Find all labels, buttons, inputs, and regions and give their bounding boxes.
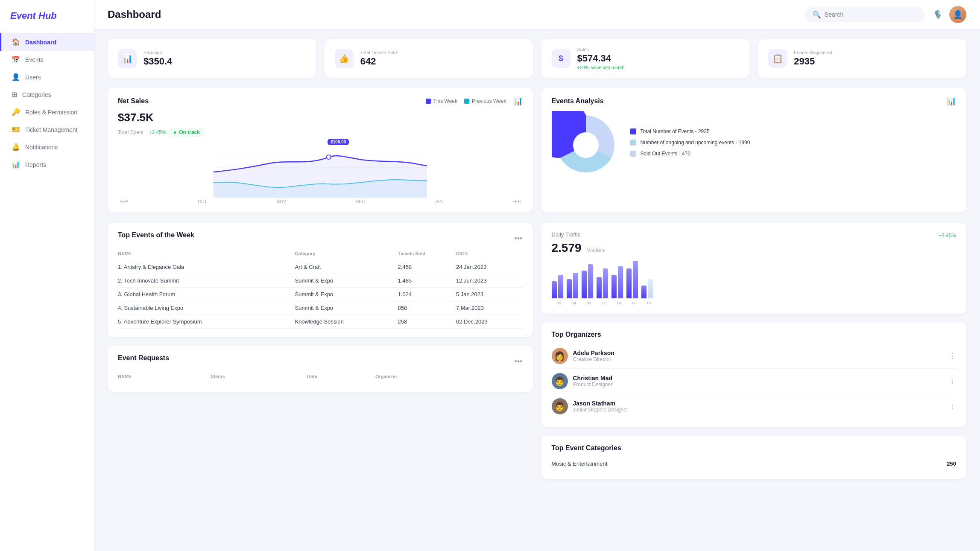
org-more-button[interactable]: ⋮ <box>949 377 956 385</box>
bar-6-1 <box>641 286 647 298</box>
legend-prev-week-label: Previous Week <box>472 98 506 104</box>
users-icon: 👤 <box>12 73 20 81</box>
mic-button[interactable]: 🎙️ <box>933 10 942 19</box>
event-tickets: 858 <box>398 301 456 315</box>
sidebar-item-dashboard[interactable]: 🏠 Dashboard <box>0 33 94 51</box>
sales-value: $574.34 <box>577 53 625 64</box>
reports-icon: 📊 <box>12 160 20 169</box>
org-more-button[interactable]: ⋮ <box>949 402 956 411</box>
event-name: 4. Sustainable Living Expo <box>118 301 295 315</box>
top-events-table: NAME Category Tickets Sold DATE 1. Artis… <box>118 251 523 329</box>
table-row: 5. Adventure Explorer Symposium Knowledg… <box>118 315 523 329</box>
events-analysis-card: Events Analysis 📊 <box>541 88 967 213</box>
legend-total: Total Number of Events - 2935 <box>630 128 957 134</box>
top-events-card: Top Events of the Week ••• NAME Category… <box>108 223 533 337</box>
req-col-status: Status <box>211 374 307 383</box>
legend-total-box <box>630 128 636 134</box>
sidebar-item-users[interactable]: 👤 Users <box>0 68 94 86</box>
net-sales-value: $37.5K <box>118 111 205 124</box>
sidebar-item-categories[interactable]: ⊞ Categories <box>0 86 94 103</box>
sidebar-label-dashboard: Dashboard <box>25 39 56 46</box>
bar-5-1 <box>626 268 632 298</box>
tickets-sold-label: Total Tickets Sold <box>360 50 397 55</box>
stat-card-earnings: 📊 Earnings $350.4 <box>108 39 316 78</box>
table-row: 2. Tech Innovate Summit Summit & Expo 1.… <box>118 274 523 288</box>
bar-1-1 <box>567 279 572 298</box>
org-info: Christian Mad Product Designer <box>573 375 613 388</box>
bar-1-2 <box>573 273 578 298</box>
sales-label: Sales <box>577 47 625 52</box>
category-row-music: Music & Entertainment 250 <box>552 457 957 470</box>
content-area: 📊 Earnings $350.4 👍 Total Tickets Sold 6… <box>94 29 980 551</box>
sidebar-item-reports[interactable]: 📊 Reports <box>0 156 94 173</box>
table-row: 1. Artistry & Elegance Gala Art & Craft … <box>118 260 523 274</box>
x-label-sep: SEP <box>120 199 128 204</box>
event-tickets: 1.485 <box>398 274 456 288</box>
table-row: 3. Global Health Forum Summit & Expo 1.0… <box>118 288 523 301</box>
traffic-value: 2.579 <box>552 241 582 254</box>
bar-x-14: 14 <box>613 301 625 305</box>
org-name: Adela Parkson <box>573 350 614 356</box>
bar-x-labels: 00 04 08 12 14 16 18 <box>552 301 957 305</box>
bar-4-1 <box>611 275 617 298</box>
daily-traffic-card: Daily Traffic +2.45% 2.579 Visitors <box>541 223 967 314</box>
traffic-visitors-label: Visitors <box>587 247 605 253</box>
header-actions: 🎙️ 👤 <box>933 6 966 23</box>
org-info: Jason Statham Junior Graphic Designer <box>573 400 628 413</box>
net-sales-chart-toggle[interactable]: 📊 <box>513 96 523 106</box>
traffic-trend: +2.45% <box>939 233 956 239</box>
org-avatar: 👩 <box>552 348 568 364</box>
bar-3-1 <box>597 277 602 298</box>
org-avatar: 👨 <box>552 398 568 414</box>
events-analysis-chart-toggle[interactable]: 📊 <box>947 96 956 106</box>
on-track-badge: ● On track <box>168 128 205 137</box>
net-sales-header: Net Sales This Week Previous Week 📊 <box>118 96 523 106</box>
tickets-icon: 🎫 <box>12 125 20 134</box>
stat-card-tickets: 👍 Total Tickets Sold 642 <box>325 39 533 78</box>
events-registered-label: Events Registered <box>794 50 832 55</box>
traffic-header: Daily Traffic +2.45% <box>552 231 957 239</box>
top-events-menu-button[interactable]: ••• <box>515 234 523 243</box>
bar-2-1 <box>582 271 587 298</box>
event-requests-menu-button[interactable]: ••• <box>515 357 523 366</box>
bottom-row: Top Events of the Week ••• NAME Category… <box>108 223 966 479</box>
x-label-nov: NOV <box>277 199 286 204</box>
avatar[interactable]: 👤 <box>949 6 966 23</box>
sidebar: Event Hub 🏠 Dashboard 📅 Events 👤 Users ⊞… <box>0 0 94 551</box>
col-tickets: Tickets Sold <box>398 251 456 260</box>
sidebar-item-roles[interactable]: 🔑 Roles & Permission <box>0 103 94 121</box>
event-requests-table: NAME Status Date Organizer <box>118 374 523 383</box>
tickets-sold-icon: 👍 <box>335 49 354 68</box>
sidebar-label-tickets: Ticket Management <box>25 126 77 133</box>
top-categories-card: Top Event Categories Music & Entertainme… <box>541 436 967 479</box>
pie-legend: Total Number of Events - 2935 Number of … <box>630 128 957 162</box>
events-registered-value: 2935 <box>794 56 832 67</box>
event-category: Summit & Expo <box>295 301 398 315</box>
organizers-title: Top Organizers <box>552 331 601 338</box>
stat-card-sales: $ Sales $574.34 +23% since last month <box>541 39 750 78</box>
category-count-music: 250 <box>947 461 956 467</box>
bar-0-2 <box>558 275 563 298</box>
sales-sub: +23% since last month <box>577 65 625 70</box>
search-input[interactable] <box>825 11 917 18</box>
search-bar[interactable]: 🔍 <box>805 7 924 22</box>
sidebar-item-notifications[interactable]: 🔔 Notifications <box>0 138 94 156</box>
events-registered-icon: 📋 <box>768 49 787 68</box>
stats-row: 📊 Earnings $350.4 👍 Total Tickets Sold 6… <box>108 39 966 78</box>
org-more-button[interactable]: ⋮ <box>949 352 956 360</box>
legend-this-week-box <box>426 99 431 104</box>
roles-icon: 🔑 <box>12 108 20 116</box>
notifications-icon: 🔔 <box>12 143 20 151</box>
event-tickets: 258 <box>398 315 456 329</box>
bar-x-00: 00 <box>553 301 565 305</box>
pie-chart-area: Total Number of Events - 2935 Number of … <box>552 111 957 179</box>
sidebar-item-events[interactable]: 📅 Events <box>0 51 94 68</box>
categories-icon: ⊞ <box>12 90 17 99</box>
event-date: 12.Jun.2023 <box>456 274 523 288</box>
event-category: Summit & Expo <box>295 288 398 301</box>
bar-group-3 <box>597 268 608 298</box>
req-col-name: NAME <box>118 374 211 383</box>
chart-x-labels: SEP OCT NOV DEC JAN FEB <box>118 199 523 204</box>
sidebar-item-tickets[interactable]: 🎫 Ticket Management <box>0 121 94 138</box>
req-col-date: Date <box>307 374 375 383</box>
